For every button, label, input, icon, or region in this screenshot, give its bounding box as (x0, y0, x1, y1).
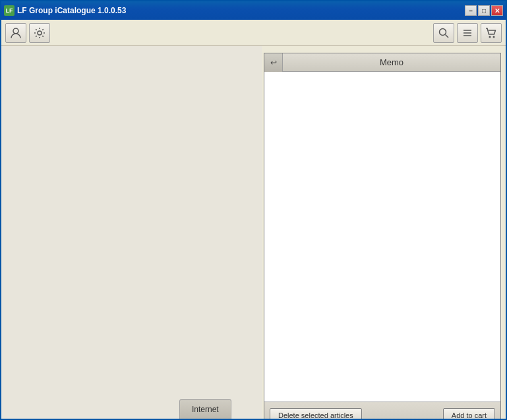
title-bar-controls: – □ ✕ (465, 5, 503, 16)
panel-footer: Delete selected articles Add to cart (264, 402, 500, 419)
panel-back-button[interactable]: ↩ (264, 53, 283, 72)
toolbar-button-4[interactable] (457, 23, 478, 43)
toolbar-button-5[interactable] (481, 23, 502, 43)
right-panel: ↩ Memo Delete selected articles Add to c… (264, 53, 501, 419)
toolbar-button-2[interactable] (29, 23, 50, 43)
cart-icon (485, 27, 497, 39)
toolbar (1, 20, 506, 46)
panel-content (264, 72, 500, 402)
left-panel: Internet (1, 46, 262, 419)
app-icon: LF (4, 5, 15, 16)
main-area: Internet ↩ Memo Delete selected articles… (1, 46, 506, 419)
toolbar-button-3[interactable] (433, 23, 454, 43)
svg-point-1 (38, 31, 42, 35)
panel-title: Memo (283, 57, 500, 67)
minimize-button[interactable]: – (465, 5, 477, 16)
svg-point-6 (489, 36, 491, 38)
tab-container: Internet (179, 399, 231, 419)
internet-tab[interactable]: Internet (179, 399, 231, 419)
svg-point-7 (493, 36, 495, 38)
close-button[interactable]: ✕ (491, 5, 503, 16)
add-to-cart-button[interactable]: Add to cart (443, 408, 495, 419)
toolbar-right (433, 23, 502, 43)
panel-header: ↩ Memo (264, 53, 500, 72)
person-icon (10, 27, 22, 39)
svg-point-0 (13, 28, 18, 34)
delete-selected-button[interactable]: Delete selected articles (270, 408, 362, 419)
title-bar-left: LF LF Group iCatalogue 1.0.0.53 (4, 5, 126, 16)
svg-point-2 (440, 28, 446, 35)
internet-tab-label: Internet (192, 405, 219, 414)
restore-button[interactable]: □ (478, 5, 490, 16)
gear-icon (34, 27, 45, 39)
search-icon (438, 27, 450, 39)
back-icon: ↩ (270, 58, 277, 67)
main-window: LF LF Group iCatalogue 1.0.0.53 – □ ✕ (0, 0, 507, 420)
title-bar: LF LF Group iCatalogue 1.0.0.53 – □ ✕ (1, 1, 506, 20)
toolbar-button-1[interactable] (5, 23, 26, 43)
window-title: LF Group iCatalogue 1.0.0.53 (17, 6, 126, 15)
list-icon (462, 27, 473, 39)
